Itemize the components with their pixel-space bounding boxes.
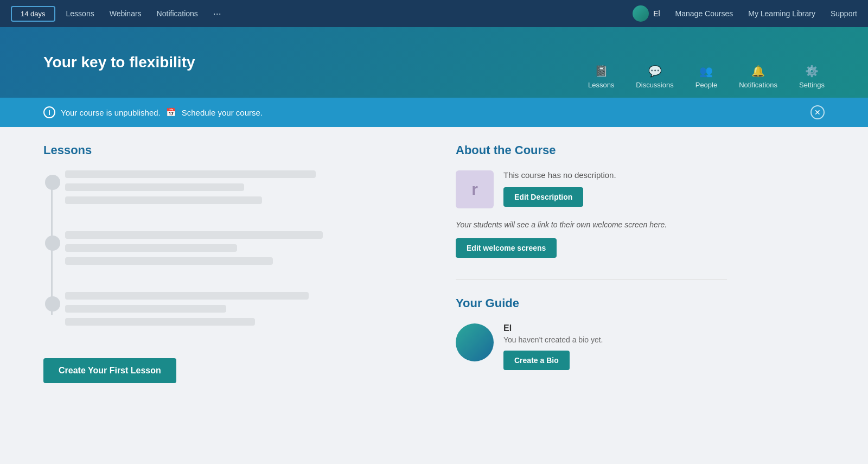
- right-panel: About the Course r This course has no de…: [456, 143, 727, 383]
- close-banner-button[interactable]: ✕: [810, 105, 825, 119]
- bell-icon: 🔔: [751, 65, 765, 78]
- placeholder-line: [65, 231, 323, 239]
- discussions-icon: 💬: [648, 65, 662, 78]
- support-link[interactable]: Support: [831, 9, 857, 18]
- course-nav-settings-label: Settings: [799, 81, 825, 89]
- user-avatar: [633, 5, 649, 22]
- guide-body: El You haven't created a bio yet. Create…: [456, 323, 727, 370]
- about-details: This course has no description. Edit Des…: [503, 170, 616, 207]
- placeholder-line: [65, 292, 309, 300]
- course-title: Your key to flexibility: [43, 54, 195, 71]
- info-banner-left: i Your course is unpublished. 📅 Schedule…: [43, 106, 263, 118]
- course-nav-people[interactable]: 👥 People: [695, 65, 717, 89]
- lessons-placeholder: [43, 170, 423, 326]
- calendar-icon: 📅: [166, 107, 176, 117]
- guide-info: El You haven't created a bio yet. Create…: [503, 323, 603, 370]
- edit-welcome-screens-button[interactable]: Edit welcome screens: [456, 238, 557, 258]
- user-menu[interactable]: El: [633, 5, 660, 22]
- timeline-item-1: [65, 170, 423, 204]
- left-panel: Lessons: [43, 143, 423, 383]
- course-nav: 📓 Lessons 💬 Discussions 👥 People 🔔 Notif…: [588, 27, 825, 98]
- timeline-item-3: [65, 292, 423, 326]
- course-nav-discussions[interactable]: 💬 Discussions: [636, 65, 673, 89]
- create-bio-button[interactable]: Create a Bio: [503, 351, 570, 370]
- timeline-dot-2: [45, 236, 60, 251]
- welcome-screen-text: Your students will see a link to their o…: [456, 219, 727, 231]
- create-first-lesson-button[interactable]: Create Your First Lesson: [43, 358, 176, 383]
- manage-courses-link[interactable]: Manage Courses: [675, 9, 733, 18]
- user-name: El: [653, 9, 660, 18]
- placeholder-lines-1: [65, 170, 423, 204]
- guide-avatar: [456, 323, 494, 361]
- guide-section-title: Your Guide: [456, 296, 727, 310]
- unpublished-text: Your course is unpublished.: [61, 108, 161, 117]
- course-nav-discussions-label: Discussions: [636, 81, 673, 89]
- guide-section: Your Guide El You haven't created a bio …: [456, 296, 727, 370]
- lessons-icon: 📓: [595, 65, 608, 78]
- course-nav-settings[interactable]: ⚙️ Settings: [799, 65, 825, 89]
- placeholder-line: [65, 244, 237, 252]
- edit-description-button[interactable]: Edit Description: [503, 187, 583, 207]
- divider: [456, 279, 727, 280]
- placeholder-line: [65, 318, 255, 326]
- guide-name: El: [503, 323, 603, 333]
- course-nav-people-label: People: [695, 81, 717, 89]
- gear-icon: ⚙️: [805, 65, 819, 78]
- main-content: Lessons: [0, 127, 868, 399]
- course-nav-notifications-label: Notifications: [739, 81, 777, 89]
- course-nav-notifications[interactable]: 🔔 Notifications: [739, 65, 777, 89]
- placeholder-line: [65, 170, 316, 178]
- course-nav-lessons-label: Lessons: [588, 81, 614, 89]
- welcome-section: Your students will see a link to their o…: [456, 219, 727, 258]
- about-body: r This course has no description. Edit D…: [456, 170, 727, 208]
- guide-bio-text: You haven't created a bio yet.: [503, 335, 603, 344]
- timeline: [43, 170, 423, 326]
- placeholder-line: [65, 196, 262, 204]
- no-description-text: This course has no description.: [503, 170, 616, 180]
- nav-link-notifications[interactable]: Notifications: [157, 9, 198, 18]
- nav-link-lessons[interactable]: Lessons: [66, 9, 94, 18]
- info-banner: i Your course is unpublished. 📅 Schedule…: [0, 98, 868, 127]
- schedule-link[interactable]: Schedule your course.: [182, 108, 263, 117]
- placeholder-line: [65, 305, 226, 313]
- timeline-dot-3: [45, 296, 60, 312]
- timeline-item-2: [65, 231, 423, 265]
- trial-badge[interactable]: 14 days: [11, 6, 55, 22]
- people-icon: 👥: [699, 65, 713, 78]
- top-nav-right: El Manage Courses My Learning Library Su…: [633, 5, 857, 22]
- placeholder-lines-2: [65, 231, 423, 265]
- timeline-dot-1: [45, 175, 60, 190]
- info-icon: i: [43, 106, 55, 118]
- about-section: About the Course r This course has no de…: [456, 143, 727, 258]
- course-header: Your key to flexibility 📓 Lessons 💬 Disc…: [0, 27, 868, 98]
- nav-link-webinars[interactable]: Webinars: [110, 9, 142, 18]
- placeholder-line: [65, 257, 273, 265]
- my-learning-library-link[interactable]: My Learning Library: [748, 9, 815, 18]
- course-nav-lessons[interactable]: 📓 Lessons: [588, 65, 614, 89]
- placeholder-lines-3: [65, 292, 423, 326]
- course-thumbnail: r: [456, 170, 494, 208]
- nav-more-dots[interactable]: ···: [213, 8, 221, 20]
- about-section-title: About the Course: [456, 143, 727, 157]
- top-nav: 14 days Lessons Webinars Notifications ·…: [0, 0, 868, 27]
- placeholder-line: [65, 183, 244, 191]
- lessons-section-title: Lessons: [43, 143, 423, 157]
